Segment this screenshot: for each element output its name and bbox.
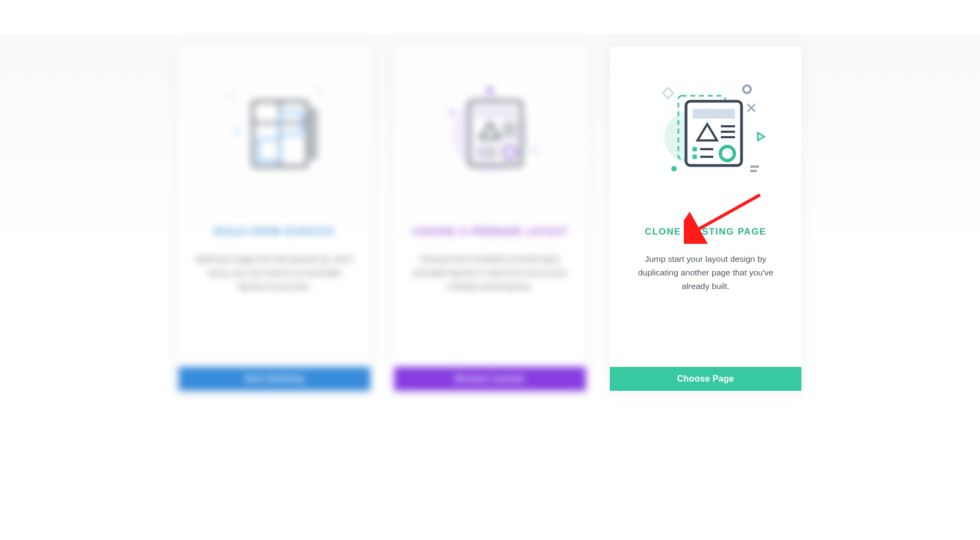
svg-rect-32 bbox=[693, 147, 697, 151]
premade-layout-card[interactable]: CHOOSE A PREMADE LAYOUT Choose from hund… bbox=[394, 47, 586, 391]
clone-page-description: Jump start your layout design by duplica… bbox=[625, 253, 786, 293]
build-scratch-card[interactable]: BUILD FROM SCRATCH Build your page from … bbox=[179, 47, 370, 391]
browse-layouts-button[interactable]: Browse Layouts bbox=[394, 367, 586, 391]
build-scratch-description: Build your page from the ground up. Don'… bbox=[194, 253, 355, 293]
svg-point-16 bbox=[478, 147, 482, 151]
card-container: BUILD FROM SCRATCH Build your page from … bbox=[0, 0, 980, 391]
svg-point-23 bbox=[531, 148, 536, 153]
svg-rect-33 bbox=[693, 155, 697, 159]
svg-point-22 bbox=[449, 109, 455, 115]
svg-point-21 bbox=[487, 87, 493, 94]
svg-marker-41 bbox=[758, 133, 764, 140]
premade-layout-title: CHOOSE A PREMADE LAYOUT bbox=[412, 226, 568, 237]
svg-point-38 bbox=[743, 85, 751, 93]
svg-point-17 bbox=[478, 154, 482, 158]
premade-layout-illustration bbox=[430, 79, 550, 188]
svg-point-6 bbox=[235, 128, 240, 134]
choose-page-button[interactable]: Choose Page bbox=[610, 367, 801, 391]
build-scratch-title: BUILD FROM SCRATCH bbox=[215, 226, 334, 237]
card-body: CHOOSE A PREMADE LAYOUT Choose from hund… bbox=[394, 47, 586, 367]
svg-point-42 bbox=[671, 166, 677, 171]
svg-point-8 bbox=[316, 88, 320, 93]
card-body: BUILD FROM SCRATCH Build your page from … bbox=[179, 47, 370, 367]
svg-rect-27 bbox=[693, 109, 735, 119]
build-scratch-illustration bbox=[215, 79, 334, 188]
svg-rect-5 bbox=[311, 109, 316, 158]
start-building-button[interactable]: Start Building bbox=[179, 367, 370, 391]
svg-point-7 bbox=[229, 94, 233, 98]
svg-rect-3 bbox=[258, 139, 280, 161]
card-body: CLONE EXISTING PAGE Jump start your layo… bbox=[610, 47, 801, 367]
svg-rect-37 bbox=[663, 88, 673, 99]
clone-page-illustration bbox=[646, 79, 765, 188]
svg-rect-11 bbox=[475, 108, 516, 118]
premade-layout-description: Choose from hundreds of world-class prem… bbox=[409, 253, 571, 293]
clone-page-card[interactable]: CLONE EXISTING PAGE Jump start your layo… bbox=[610, 47, 801, 391]
clone-page-title: CLONE EXISTING PAGE bbox=[645, 226, 767, 237]
